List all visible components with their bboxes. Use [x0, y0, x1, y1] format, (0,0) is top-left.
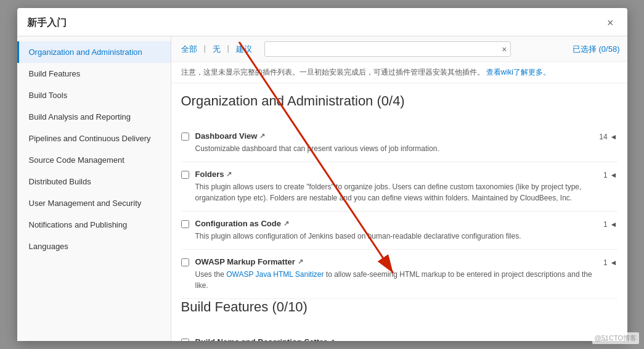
plugin-ext-icon-owasp[interactable]: ↗	[298, 258, 303, 266]
section-title-org-admin: Organization and Administration (0/4)	[181, 93, 618, 114]
plugin-checkbox-build-name-setter[interactable]	[181, 339, 189, 341]
modal-header: 新手入门 ×	[17, 8, 627, 36]
plugin-ext-icon-build-name-setter[interactable]: ↗	[329, 338, 335, 341]
notice-link[interactable]: 查看wiki了解更多。	[486, 68, 550, 76]
sidebar-item-languages[interactable]: Languages	[17, 236, 171, 257]
modal-title: 新手入门	[27, 17, 67, 30]
sidebar-item-org-admin[interactable]: Organization and Administration	[17, 41, 171, 63]
plugin-item-build-name-setter: Build Name and Description Setter ↗15 ◄	[181, 330, 618, 341]
sidebar-item-build-analysis[interactable]: Build Analysis and Reporting	[17, 106, 171, 128]
section-title-build-features: Build Features (0/10)	[181, 299, 618, 320]
plugin-desc-dashboard-view: Customizable dashboard that can present …	[195, 143, 593, 154]
plugin-count-config-as-code: 1 ◄	[603, 219, 618, 229]
search-input[interactable]	[264, 41, 511, 57]
sidebar-item-source-code[interactable]: Source Code Management	[17, 149, 171, 171]
plugin-ext-icon-config-as-code[interactable]: ↗	[283, 220, 289, 228]
plugin-item-dashboard-view: Dashboard View ↗Customizable dashboard t…	[181, 124, 618, 162]
modal-overlay: 新手入门 × Organization and AdministrationBu…	[0, 0, 644, 349]
sidebar: Organization and AdministrationBuild Fea…	[17, 36, 171, 341]
plugin-item-folders: Folders ↗This plugin allows users to cre…	[181, 162, 618, 211]
filter-none-link[interactable]: 无	[210, 44, 223, 55]
plugin-count-owasp: 1 ◄	[603, 257, 618, 267]
plugin-name-config-as-code: Configuration as Code ↗	[195, 219, 597, 228]
plugin-info-owasp: OWASP Markup Formatter ↗Uses the OWASP J…	[195, 257, 597, 291]
plugin-info-config-as-code: Configuration as Code ↗This plugin allow…	[195, 219, 597, 242]
sidebar-item-notifications[interactable]: Notifications and Publishing	[17, 214, 171, 236]
plugin-info-build-name-setter: Build Name and Description Setter ↗	[195, 337, 593, 341]
plugin-checkbox-owasp[interactable]	[181, 258, 189, 266]
plugin-item-owasp: OWASP Markup Formatter ↗Uses the OWASP J…	[181, 250, 618, 299]
selected-badge: 已选择 (0/58)	[573, 44, 620, 55]
sidebar-item-build-tools[interactable]: Build Tools	[17, 84, 171, 106]
toolbar: 全部 丨 无 丨 建议 × 已选择 (0/58)	[171, 36, 627, 62]
plugin-name-folders: Folders ↗	[195, 170, 597, 179]
modal-body: Organization and AdministrationBuild Fea…	[17, 36, 627, 341]
plugin-info-folders: Folders ↗This plugin allows users to cre…	[195, 170, 597, 203]
selected-label: 已选择	[573, 44, 597, 54]
filter-recommended-link[interactable]: 建议	[234, 44, 255, 55]
sidebar-item-user-mgmt[interactable]: User Management and Security	[17, 192, 171, 214]
filter-sep-2: 丨	[224, 44, 232, 55]
plugin-desc-folders: This plugin allows users to create "fold…	[195, 181, 597, 203]
plugin-count-dashboard-view: 14 ◄	[599, 131, 617, 141]
filter-links: 全部 丨 无 丨 建议	[179, 44, 255, 55]
plugin-desc-config-as-code: This plugin allows configuration of Jenk…	[195, 231, 597, 242]
sidebar-item-pipelines[interactable]: Pipelines and Continuous Delivery	[17, 128, 171, 149]
plugin-checkbox-folders[interactable]	[181, 171, 189, 179]
search-clear-icon[interactable]: ×	[502, 44, 507, 54]
plugin-name-owasp: OWASP Markup Formatter ↗	[195, 257, 597, 266]
plugin-ext-icon-folders[interactable]: ↗	[226, 170, 232, 178]
search-box: ×	[264, 41, 511, 57]
filter-sep-1: 丨	[201, 44, 209, 55]
main-content: 全部 丨 无 丨 建议 × 已选择 (0/58)	[171, 36, 627, 341]
modal: 新手入门 × Organization and AdministrationBu…	[17, 8, 627, 341]
plugin-name-dashboard-view: Dashboard View ↗	[195, 131, 593, 141]
notice-text: 注意，这里未显示完整的插件列表。一旦初始安装完成后，可通过插件管理器安装其他插件…	[181, 68, 484, 76]
plugin-info-dashboard-view: Dashboard View ↗Customizable dashboard t…	[195, 131, 593, 154]
notice-bar: 注意，这里未显示完整的插件列表。一旦初始安装完成后，可通过插件管理器安装其他插件…	[171, 62, 627, 83]
plugin-item-config-as-code: Configuration as Code ↗This plugin allow…	[181, 211, 618, 250]
plugin-checkbox-config-as-code[interactable]	[181, 220, 189, 228]
plugin-name-build-name-setter: Build Name and Description Setter ↗	[195, 337, 593, 341]
plugin-checkbox-dashboard-view[interactable]	[181, 133, 189, 141]
plugin-ext-icon-dashboard-view[interactable]: ↗	[259, 132, 265, 140]
modal-close-button[interactable]: ×	[603, 15, 618, 31]
plugin-desc-link-owasp[interactable]: OWASP Java HTML Sanitizer	[226, 270, 324, 279]
sidebar-item-build-features[interactable]: Build Features	[17, 63, 171, 84]
selected-count: (0/58)	[599, 44, 620, 54]
plugin-count-folders: 1 ◄	[603, 170, 618, 179]
content-area: Organization and Administration (0/4)Das…	[171, 83, 627, 341]
plugin-desc-owasp: Uses the OWASP Java HTML Sanitizer to al…	[195, 269, 597, 291]
sidebar-item-distributed[interactable]: Distributed Builds	[17, 171, 171, 192]
filter-all-link[interactable]: 全部	[179, 44, 200, 55]
watermark: @51CTO博客	[592, 332, 639, 344]
